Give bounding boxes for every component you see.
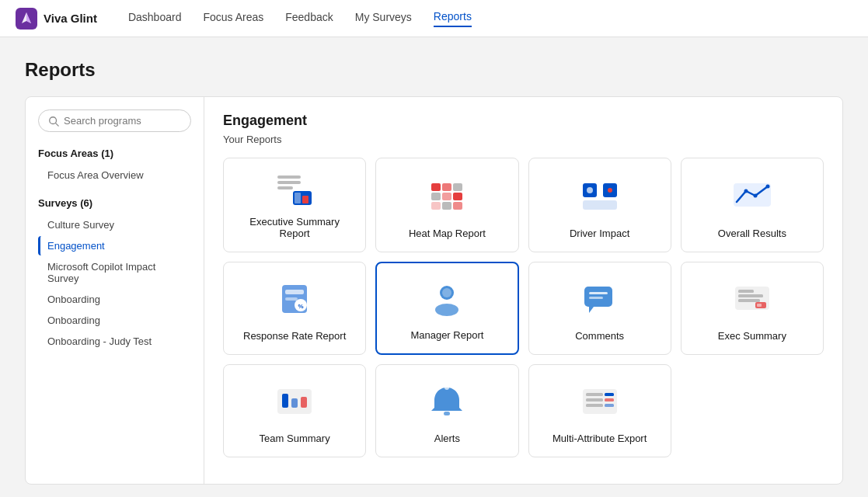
svg-rect-30 (285, 290, 304, 294)
svg-rect-18 (442, 202, 451, 210)
svg-point-52 (444, 385, 449, 390)
svg-rect-9 (295, 193, 301, 203)
svg-rect-40 (589, 297, 603, 299)
alerts-icon (424, 377, 470, 426)
svg-rect-7 (277, 186, 293, 189)
nav-my-surveys[interactable]: My Surveys (355, 11, 412, 26)
sidebar-focus-areas-section: Focus Areas (1) Focus Area Overview (38, 148, 191, 185)
svg-rect-44 (738, 299, 760, 302)
exec-summary-icon (729, 275, 776, 324)
subsection-title: Your Reports (223, 134, 824, 145)
team-summary-icon (271, 377, 318, 426)
svg-rect-10 (302, 196, 309, 203)
svg-rect-17 (431, 202, 441, 210)
driver-impact-label: Driver Impact (570, 228, 629, 239)
svg-point-28 (765, 184, 769, 188)
svg-rect-14 (431, 193, 441, 200)
viva-glint-logo-icon (16, 8, 37, 30)
report-card-driver-impact[interactable]: Driver Impact (528, 158, 671, 252)
manager-report-label: Manager Report (410, 329, 483, 341)
logo-text: Viva Glint (44, 12, 97, 25)
svg-marker-38 (589, 307, 594, 313)
svg-rect-11 (431, 183, 441, 191)
comments-label: Comments (575, 330, 624, 342)
report-card-exec-summary[interactable]: Exec Summary (681, 262, 824, 355)
multi-attribute-export-label: Multi-Attribute Export (553, 433, 647, 444)
report-card-alerts[interactable]: Alerts (375, 364, 518, 457)
svg-rect-43 (738, 294, 763, 297)
reports-grid: Executive Summary Report (223, 158, 824, 457)
svg-rect-51 (444, 412, 450, 415)
section-title: Engagement (223, 113, 824, 129)
svg-rect-56 (586, 404, 603, 407)
svg-rect-19 (453, 202, 462, 210)
main-content: Engagement Your Reports (204, 97, 842, 484)
logo[interactable]: Viva Glint (16, 8, 97, 30)
svg-rect-12 (442, 183, 451, 191)
nav-focus-areas[interactable]: Focus Areas (203, 11, 263, 26)
svg-point-35 (435, 304, 458, 316)
report-card-team-summary[interactable]: Team Summary (223, 364, 366, 457)
manager-report-icon (424, 276, 470, 323)
search-icon (48, 116, 59, 127)
sidebar-surveys-section: Surveys (6) Culture Survey Engagement Mi… (38, 197, 191, 351)
report-card-response-rate-report[interactable]: % Response Rate Report (223, 262, 366, 355)
sidebar-surveys-header: Surveys (6) (38, 197, 191, 209)
heat-map-report-icon (424, 171, 470, 221)
svg-point-21 (587, 187, 593, 193)
svg-rect-46 (757, 304, 762, 307)
report-card-multi-attribute-export[interactable]: Multi-Attribute Export (528, 364, 671, 457)
nav-reports[interactable]: Reports (434, 10, 472, 27)
report-card-comments[interactable]: Comments (528, 262, 671, 355)
response-rate-report-icon: % (271, 275, 318, 324)
multi-attribute-export-icon (577, 377, 623, 426)
exec-summary-report-label: Executive Summary Report (236, 216, 353, 239)
report-card-exec-summary-report[interactable]: Executive Summary Report (223, 158, 366, 252)
top-navigation: Viva Glint Dashboard Focus Areas Feedbac… (0, 0, 868, 37)
nav-feedback[interactable]: Feedback (285, 11, 333, 26)
content-area: Focus Areas (1) Focus Area Overview Surv… (25, 96, 843, 485)
sidebar-item-onboarding-1[interactable]: Onboarding (38, 290, 191, 309)
exec-summary-report-icon (271, 171, 318, 210)
svg-rect-39 (589, 292, 608, 294)
svg-rect-48 (282, 394, 288, 408)
report-card-manager-report[interactable]: Manager Report (375, 262, 518, 355)
svg-rect-5 (277, 176, 301, 179)
svg-point-36 (442, 288, 451, 297)
svg-rect-6 (277, 181, 301, 184)
page-wrapper: Reports Focus Areas (1) Focus Area Overv… (0, 37, 868, 485)
sidebar-item-microsoft-copilot[interactable]: Microsoft Copilot Impact Survey (38, 257, 191, 288)
svg-line-4 (56, 123, 59, 126)
svg-rect-15 (442, 193, 451, 200)
sidebar: Focus Areas (1) Focus Area Overview Surv… (26, 97, 204, 484)
response-rate-report-label: Response Rate Report (243, 330, 346, 342)
svg-rect-54 (586, 393, 603, 396)
driver-impact-icon (577, 171, 623, 221)
overall-results-label: Overall Results (718, 228, 786, 239)
svg-rect-16 (453, 193, 462, 200)
sidebar-item-focus-area-overview[interactable]: Focus Area Overview (38, 165, 191, 185)
search-programs-box[interactable] (38, 109, 191, 132)
svg-point-27 (753, 193, 757, 197)
nav-dashboard[interactable]: Dashboard (128, 11, 182, 26)
heat-map-report-label: Heat Map Report (409, 228, 486, 239)
sidebar-item-onboarding-judy[interactable]: Onboarding - Judy Test (38, 332, 191, 351)
sidebar-item-engagement[interactable]: Engagement (38, 236, 191, 255)
svg-rect-50 (301, 397, 307, 408)
overall-results-icon (729, 171, 776, 221)
report-card-overall-results[interactable]: Overall Results (681, 158, 824, 252)
sidebar-item-onboarding-2[interactable]: Onboarding (38, 311, 191, 330)
team-summary-label: Team Summary (260, 433, 330, 444)
svg-text:%: % (298, 303, 304, 310)
svg-rect-31 (285, 297, 298, 301)
sidebar-item-culture-survey[interactable]: Culture Survey (38, 215, 191, 235)
search-programs-input[interactable] (64, 115, 181, 127)
svg-rect-57 (605, 393, 614, 396)
alerts-label: Alerts (434, 433, 460, 444)
nav-links: Dashboard Focus Areas Feedback My Survey… (128, 10, 472, 27)
svg-rect-24 (583, 200, 617, 210)
svg-point-23 (608, 188, 612, 193)
report-card-heat-map-report[interactable]: Heat Map Report (375, 158, 518, 252)
svg-rect-55 (586, 398, 603, 401)
svg-rect-42 (738, 290, 754, 293)
